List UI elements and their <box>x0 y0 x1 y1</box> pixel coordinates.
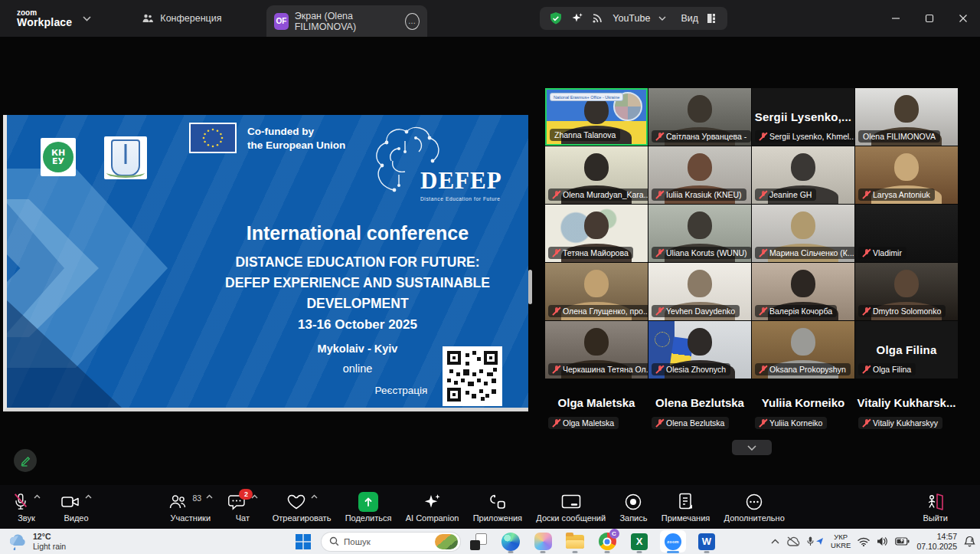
participant-tile[interactable]: Sergii Lysenko,... Sergii Lysenko, Khmel… <box>752 88 854 146</box>
slide-subtitle-line3: DEVELOPMENT <box>175 296 528 312</box>
muted-mic-icon <box>760 190 766 199</box>
participant-tile[interactable]: Черкашина Тетяна Ол... <box>545 321 648 379</box>
task-view-button[interactable] <box>465 529 492 554</box>
more-button[interactable]: Дополнительно <box>720 489 789 526</box>
chevron-down-icon <box>747 445 756 451</box>
volume-icon[interactable] <box>877 536 888 546</box>
participant-tile[interactable]: Світлана Урванцева - <box>648 88 751 146</box>
close-button[interactable] <box>946 0 980 37</box>
live-stream-icon[interactable] <box>592 13 604 24</box>
kneu-logo: КНЕУ <box>41 138 76 176</box>
ai-sparkle-icon[interactable] <box>571 12 583 25</box>
defep-logo: DEFEP Distance Education for Future <box>365 123 526 211</box>
tab-screen-share[interactable]: OF Экран (Olena FILIMONOVA) … <box>266 5 427 37</box>
participant-tile[interactable]: Yuliia Korneiko Yuliia Korneiko <box>752 379 854 444</box>
tab-more-icon[interactable]: … <box>405 13 420 30</box>
audio-options-chevron[interactable] <box>34 494 41 499</box>
word-app-button[interactable]: W <box>693 529 720 554</box>
leave-button[interactable]: Выйти <box>918 489 952 526</box>
reactions-button[interactable]: Отреагировать <box>268 489 336 526</box>
notification-bell-icon[interactable] <box>964 536 975 547</box>
taskbar-clock[interactable]: 14:5707.10.2025 <box>916 532 957 551</box>
record-button[interactable]: Запись <box>615 489 652 526</box>
participants-button[interactable]: 83 Участники <box>163 489 217 526</box>
participant-tile[interactable]: Larysa Antoniuk <box>855 146 958 204</box>
participant-tile[interactable]: Yevhen Davydenko <box>648 263 751 320</box>
participant-tile[interactable]: Uliana Koruts (WUNU) <box>648 205 751 262</box>
participant-tile[interactable]: Olga Filina Olga Filina <box>855 321 958 379</box>
participant-tile[interactable]: Тетяна Майорова <box>545 205 648 262</box>
annotate-button[interactable] <box>14 449 37 472</box>
muted-mic-icon <box>863 365 870 374</box>
video-button[interactable]: Видео <box>56 489 96 526</box>
muted-mic-icon <box>760 307 766 316</box>
zoom-app-button[interactable]: zoom <box>658 529 688 554</box>
shared-screen-slide: КНЕУ Co-funded by the European Union <box>3 115 528 411</box>
audio-button[interactable]: Звук <box>8 489 45 526</box>
participant-tile[interactable]: Oksana Prokopyshyn <box>752 321 854 379</box>
participant-tile[interactable]: Олена Глущенко, про... <box>545 263 648 320</box>
minimize-button[interactable] <box>879 0 913 37</box>
participant-tile[interactable]: Dmytro Solomonko <box>855 263 958 320</box>
language-indicator[interactable]: УКРUKRE <box>831 533 851 550</box>
reactions-options-chevron[interactable] <box>311 494 318 499</box>
tray-expand-chevron[interactable] <box>771 539 779 544</box>
workspace-chevron-down-icon[interactable] <box>83 16 91 21</box>
muted-mic-icon <box>553 190 560 199</box>
participant-tile[interactable]: Марина Сільченко (К... <box>752 205 854 262</box>
panel-resize-handle[interactable] <box>528 270 532 304</box>
ai-companion-button[interactable]: AI Companion <box>401 489 464 526</box>
start-button[interactable] <box>289 529 317 554</box>
participant-tile[interactable]: Olena FILIMONOVA <box>855 88 958 146</box>
chat-button[interactable]: 2 Чат <box>222 489 263 526</box>
zoom-active-app-highlight: zoom <box>660 530 686 552</box>
participant-tile[interactable]: Olga Maletska Olga Maletska <box>545 379 648 444</box>
weather-rain-icon <box>8 533 28 551</box>
notes-icon <box>677 492 695 512</box>
muted-mic-icon <box>656 365 663 374</box>
wifi-icon[interactable] <box>858 537 870 546</box>
participants-options-chevron[interactable] <box>206 494 213 499</box>
excel-app-button[interactable]: X <box>626 529 653 554</box>
view-layout-icon[interactable] <box>707 13 718 24</box>
file-explorer-button[interactable] <box>561 529 589 554</box>
excel-icon: X <box>631 533 648 550</box>
taskbar-search-box[interactable]: Пошук <box>322 533 460 551</box>
edge-app-button[interactable] <box>497 529 524 554</box>
university-emblem-logo <box>104 136 147 179</box>
share-screen-button[interactable]: Поделиться <box>341 489 397 526</box>
tab-conference[interactable]: Конференция <box>142 13 221 24</box>
battery-icon[interactable] <box>895 537 910 546</box>
muted-mic-icon <box>656 190 663 199</box>
participant-tile[interactable]: Olena Bezlutska Olena Bezlutska <box>648 379 751 444</box>
participant-tile[interactable]: Jeanine GH <box>752 146 854 204</box>
gallery-grid: National Erasmus+ Office - Ukraine Zhann… <box>545 88 959 437</box>
participant-tile[interactable]: Olesia Zhovnych <box>648 321 751 379</box>
participant-tile[interactable]: National Erasmus+ Office - Ukraine Zhann… <box>545 88 648 146</box>
participant-tile[interactable]: Olena Muradyan_Kara... <box>545 146 648 204</box>
video-options-chevron[interactable] <box>85 494 92 499</box>
participant-display-name: Vitaliy Kukharsk... <box>858 396 956 409</box>
youtube-stream-label[interactable]: YouTube <box>612 13 650 24</box>
onedrive-cloud-icon[interactable] <box>786 536 800 546</box>
copilot-icon <box>534 533 552 550</box>
chrome-app-button[interactable]: C <box>593 529 621 554</box>
security-shield-icon[interactable] <box>549 11 563 25</box>
muted-mic-icon <box>553 248 560 257</box>
whiteboards-button[interactable]: Доски сообщений <box>531 489 610 526</box>
notes-button[interactable]: Примечания <box>657 489 715 526</box>
participant-tile[interactable]: Vitaliy Kukharsk... Vitaliy Kukharskyy <box>855 379 958 444</box>
participant-tile[interactable]: Валерія Кочорба <box>752 263 854 320</box>
participant-name-label: Olena FILIMONOVA <box>858 130 940 143</box>
mic-in-use-indicator[interactable] <box>807 536 824 546</box>
participant-gallery: National Erasmus+ Office - Ukraine Zhann… <box>545 88 959 455</box>
maximize-button[interactable] <box>913 0 946 37</box>
apps-button[interactable]: Приложения <box>469 489 527 526</box>
participant-tile[interactable]: Vladimir <box>855 205 958 262</box>
view-button-label[interactable]: Вид <box>681 13 698 24</box>
stream-chevron-down-icon[interactable] <box>658 16 666 21</box>
copilot-app-button[interactable] <box>529 529 557 554</box>
taskbar-weather-widget[interactable]: 12°CLight rain <box>8 532 66 550</box>
whiteboard-icon <box>560 492 582 512</box>
participant-tile[interactable]: Iuliia Krasiuk (KNEU) <box>648 146 751 204</box>
